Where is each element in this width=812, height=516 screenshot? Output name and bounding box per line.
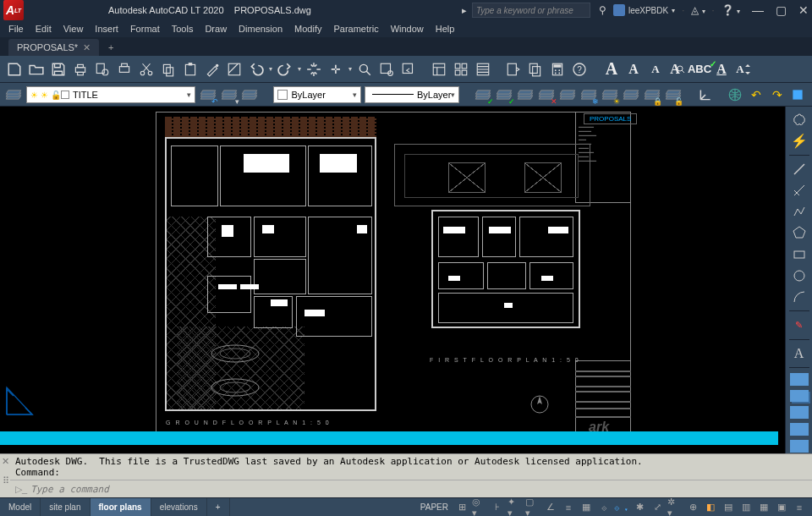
lightning-icon[interactable]: ⚡ [789,131,809,150]
units-icon[interactable]: ◧ [703,500,718,515]
copy-icon[interactable] [159,60,178,79]
layer-make-current-icon[interactable]: ✓ [475,85,492,104]
paste-icon[interactable] [181,60,200,79]
layer-unlock-icon[interactable]: 🔓 [664,85,682,104]
markup-icon[interactable] [504,60,523,79]
scale-icon[interactable]: ⟐ [596,500,612,515]
layer-states-icon[interactable]: ▾ [220,85,238,104]
menu-draw[interactable]: Draw [205,24,227,34]
share-icon[interactable]: ◬ ▾ [691,4,705,16]
undo-icon[interactable] [247,60,266,79]
match-properties-icon[interactable] [203,60,222,79]
stop-icon[interactable] [789,85,807,104]
layer-freeze-icon[interactable]: ❄ [580,85,598,104]
menu-file[interactable]: File [8,24,24,34]
annotation-visibility-icon[interactable]: ✱ [632,500,647,515]
text-small-icon[interactable]: A [646,60,665,79]
design-center-icon[interactable] [452,60,470,79]
layer-isolate-icon[interactable] [241,85,259,104]
polyline-icon[interactable] [789,202,809,221]
viewport-thumbnail[interactable] [790,390,809,403]
text-large-icon[interactable]: A [602,60,621,79]
point-icon[interactable]: ✎ [789,316,809,334]
clean-screen-icon[interactable]: ▣ [774,500,789,515]
print-icon[interactable] [71,60,90,79]
otrack-icon[interactable]: ∠ [543,500,558,515]
viewport-thumbnail[interactable] [790,423,809,436]
color-dropdown[interactable]: ByLayer ▾ [273,86,360,103]
menu-parametric[interactable]: Parametric [333,24,378,34]
workspace-icon[interactable]: ✲ ▾ [667,500,683,515]
tool-palettes-icon[interactable] [474,60,492,79]
web-icon[interactable] [726,85,743,104]
ucs-icon[interactable] [697,85,715,104]
maximize-button[interactable]: ▢ [776,3,787,17]
layer-match-icon[interactable]: ✓ [496,85,513,104]
new-icon[interactable] [5,60,24,79]
text-scale-icon[interactable]: A [734,60,753,79]
isolate-objects-icon[interactable]: ▦ [756,500,771,515]
user-badge[interactable]: leeXPBDK ▾ [613,4,675,16]
arc-icon[interactable] [789,288,809,306]
zoom-window-icon[interactable] [377,60,396,79]
pan-icon[interactable] [304,60,323,79]
block-editor-icon[interactable] [225,60,244,79]
annotation-monitor-icon[interactable]: ⊕ [685,500,700,515]
close-button[interactable]: ✕ [798,3,809,17]
minimize-button[interactable]: — [752,3,764,17]
space-indicator[interactable]: PAPER [420,502,448,512]
layout-tab-siteplan[interactable]: site plan [41,498,90,516]
forward-icon[interactable]: ↷ [768,85,786,104]
quick-properties-icon[interactable]: ▤ [721,500,736,515]
add-layout-button[interactable]: + [207,498,230,516]
spellcheck-icon[interactable]: ABC [690,60,709,79]
title-play-icon[interactable]: ▸ [462,5,467,16]
search-input[interactable]: Type a keyword or phrase [472,3,590,18]
annotation-scale-icon[interactable]: ⟐ ▾ [614,500,629,515]
layer-dropdown[interactable]: ☀☀🔓 TITLE ▾ [26,86,195,103]
transparency-icon[interactable]: ▦ [579,500,594,515]
multiline-icon[interactable] [789,181,809,200]
layer-on-icon[interactable] [622,85,639,104]
viewport-thumbnail[interactable] [790,373,809,386]
zoom-realtime-icon[interactable]: ✛ [326,60,345,79]
viewport-thumbnail[interactable] [790,406,809,419]
close-tab-icon[interactable]: ✕ [83,42,91,53]
properties-icon[interactable] [430,60,448,79]
publish-icon[interactable] [115,60,134,79]
document-tab[interactable]: PROPOSALS* ✕ [8,39,99,56]
rectangle-icon[interactable] [789,245,809,264]
open-icon[interactable] [27,60,46,79]
autoscale-icon[interactable]: ⤢ [650,500,665,515]
menu-format[interactable]: Format [130,24,160,34]
menu-view[interactable]: View [63,24,84,34]
menu-edit[interactable]: Edit [36,24,52,34]
back-icon[interactable]: ↶ [747,85,765,104]
layer-lock-icon[interactable]: 🔒 [643,85,661,104]
lock-ui-icon[interactable]: ▥ [738,500,754,515]
infocenter-icon[interactable]: ⚲ [599,4,606,16]
text-a-icon[interactable]: A [789,344,809,363]
line-icon[interactable] [789,159,809,178]
text-medium-icon[interactable]: A [624,60,643,79]
help-icon[interactable]: ❔ ▾ [721,4,740,16]
grid-icon[interactable]: ⊞ [454,500,469,515]
zoom-extents-icon[interactable] [355,60,374,79]
menu-dimension[interactable]: Dimension [239,24,283,34]
linetype-dropdown[interactable]: ByLayer ▾ [365,86,460,103]
circle-icon[interactable] [789,266,809,285]
layout-tab-elevations[interactable]: elevations [151,498,207,516]
redo-icon[interactable] [276,60,294,79]
snap-icon[interactable]: ◎ ▾ [472,500,487,515]
layout-tab-model[interactable]: Model [0,498,41,516]
viewport[interactable]: PROPOSALS ━━━━━━━━━━━━━━━━━━━━━━━━━━━━━━… [0,107,785,453]
layer-isolate2-icon[interactable]: ✕ [538,85,556,104]
menu-help[interactable]: Help [436,24,455,34]
layer-previous-icon[interactable]: ↶ [199,85,217,104]
layer-unisolate-icon[interactable] [559,85,577,104]
find-text-icon[interactable]: A [668,60,687,79]
customization-icon[interactable]: ≡ [792,500,807,515]
menu-window[interactable]: Window [391,24,424,34]
menu-modify[interactable]: Modify [294,24,321,34]
close-command-icon[interactable]: ✕ ⠿ [0,454,10,497]
